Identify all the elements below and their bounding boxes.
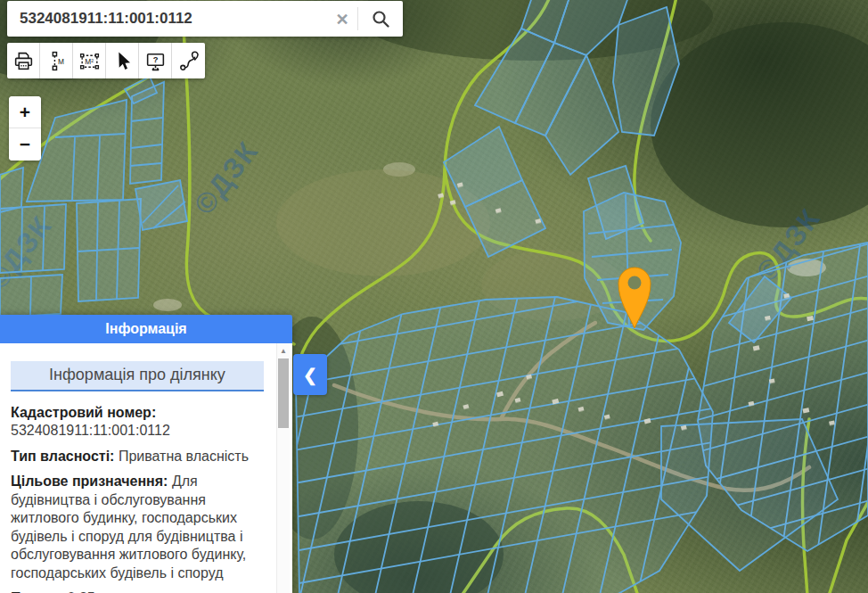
info-panel: Інформація Інформація про ділянку Кадаст… bbox=[0, 315, 292, 593]
zoom-control: + − bbox=[9, 96, 41, 161]
cursor-arrow-icon bbox=[111, 50, 134, 72]
route-icon bbox=[177, 50, 200, 72]
printer-icon bbox=[12, 50, 35, 72]
info-panel-title: Інформація bbox=[0, 315, 292, 343]
zoom-out-button[interactable]: − bbox=[9, 128, 41, 161]
field-label: Кадастровий номер: bbox=[11, 405, 156, 420]
search-input[interactable] bbox=[7, 1, 327, 37]
panel-collapse-button[interactable]: ❮ bbox=[293, 354, 327, 395]
field-label: Тип власності: bbox=[11, 449, 114, 464]
field-cadastral-number: Кадастровий номер: 5324081911:11:001:011… bbox=[11, 404, 264, 441]
search-bar: ✕ bbox=[7, 1, 403, 37]
field-value: Для будівництва і обслуговування житлово… bbox=[11, 474, 246, 580]
search-button[interactable] bbox=[358, 1, 403, 37]
scroll-up-icon[interactable]: ▲ bbox=[277, 347, 290, 355]
zoom-in-button[interactable]: + bbox=[9, 96, 41, 128]
print-tool-button[interactable] bbox=[7, 43, 40, 78]
measure-distance-label: M bbox=[58, 56, 64, 65]
field-area: Площа: 0.25 га bbox=[11, 589, 264, 593]
select-cursor-tool-button[interactable] bbox=[106, 43, 139, 78]
watermark-text: ©ДЗК bbox=[188, 135, 265, 221]
field-designated-purpose: Цільове призначення: Для будівництва і о… bbox=[11, 473, 264, 582]
field-ownership-type: Тип власності: Приватна власність bbox=[11, 448, 264, 465]
help-monitor-icon: ? bbox=[144, 50, 167, 72]
map-viewport[interactable]: ©ДЗК ©ДЗК ©ДЗК bbox=[0, 0, 868, 593]
search-icon bbox=[370, 8, 391, 29]
route-tool-button[interactable] bbox=[172, 43, 205, 78]
help-tool-button[interactable]: ? bbox=[139, 43, 172, 78]
help-label: ? bbox=[152, 55, 158, 64]
field-value: 5324081911:11:001:0112 bbox=[11, 423, 170, 438]
measure-area-tool-button[interactable]: M² bbox=[73, 43, 106, 78]
clear-search-icon[interactable]: ✕ bbox=[327, 1, 357, 37]
measure-area-icon: M² bbox=[78, 50, 101, 72]
scrollbar-thumb[interactable] bbox=[278, 358, 289, 428]
measure-distance-icon: M bbox=[45, 50, 68, 72]
map-toolbar: M M² ? bbox=[7, 43, 205, 78]
field-label: Цільове призначення: bbox=[11, 474, 168, 489]
field-value: Приватна власність bbox=[119, 449, 249, 464]
measure-area-label: M² bbox=[85, 57, 94, 66]
info-panel-body: Інформація про ділянку Кадастровий номер… bbox=[0, 343, 292, 593]
parcel-section-title: Інформація про ділянку bbox=[11, 361, 264, 391]
measure-distance-tool-button[interactable]: M bbox=[40, 43, 73, 78]
panel-scrollbar[interactable]: ▲ bbox=[276, 343, 290, 593]
